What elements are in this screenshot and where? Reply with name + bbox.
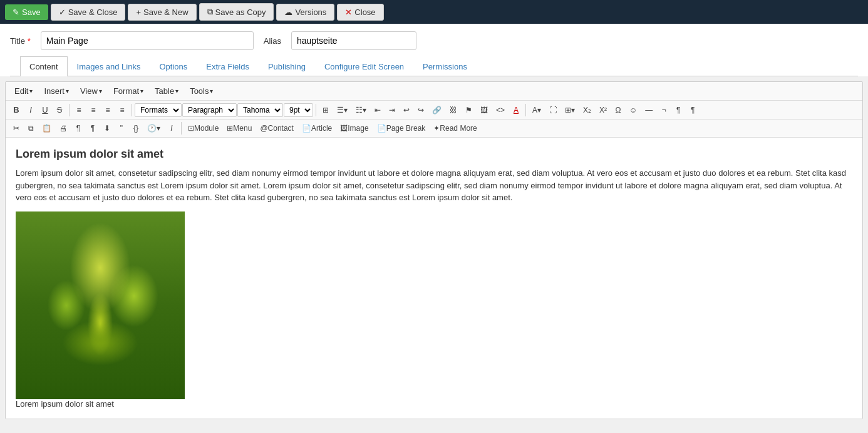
code-button[interactable]: {} [129,121,143,135]
undo-button[interactable]: ↩ [400,103,413,117]
title-input[interactable] [41,31,254,50]
font-select[interactable]: Tahoma [237,103,283,117]
highlight-button[interactable]: A▾ [529,103,545,117]
tab-extra-fields[interactable]: Extra Fields [197,56,259,76]
menu-format[interactable]: Format ▾ [108,84,148,98]
content-heading: Lorem ipsum dolor sit amet [16,148,852,161]
font-color-button[interactable]: A [509,103,523,117]
separator-5 [181,122,182,135]
bullet-list-button[interactable]: ☰▾ [333,103,351,117]
unlink-button[interactable]: ⛓ [446,103,461,117]
form-area: Title * Alias Content Images and Links O… [0,24,868,76]
contact-button[interactable]: @ Contact [256,121,297,135]
italic-button[interactable]: I [24,103,38,117]
tab-content[interactable]: Content [20,56,68,76]
menu-view[interactable]: View ▾ [75,84,107,98]
save-button[interactable]: ✎ Save [5,4,48,20]
underline-button[interactable]: U [38,103,52,117]
image-icon: 🖼 [340,124,348,133]
view-arrow: ▾ [99,88,102,94]
close-icon: ✕ [345,8,352,17]
fullscreen-button[interactable]: ⛶ [545,103,561,117]
pilcrow-button[interactable]: ¶ [86,121,100,135]
article-icon: 📄 [302,124,311,133]
title-label: Title * [10,36,31,46]
menu-table[interactable]: Table ▾ [150,84,183,98]
module-icon: ⊡ [188,124,194,133]
close-button[interactable]: ✕ Close [337,4,383,21]
word-count-button[interactable]: ⊞ [319,103,333,117]
paragraph-marks-button[interactable]: ¶ [71,121,85,135]
superscript-button[interactable]: X² [596,103,611,117]
required-marker: * [28,36,31,46]
redo-button[interactable]: ↪ [414,103,428,117]
tab-configure-edit-screen[interactable]: Configure Edit Screen [315,56,413,76]
strikethrough-button[interactable]: S [53,103,66,117]
show-blocks-button[interactable]: ¶ [671,103,685,117]
bold-button[interactable]: B [9,103,23,117]
tab-images-links[interactable]: Images and Links [68,56,150,76]
editor-menubar: Edit ▾ Insert ▾ View ▾ Format ▾ Table ▾ … [6,82,862,101]
save-copy-button[interactable]: ⧉ Save as Copy [199,3,274,21]
indent-button[interactable]: ⇥ [385,103,399,117]
outdent-button[interactable]: ⇤ [371,103,385,117]
paragraph-select[interactable]: Paragraph [182,103,237,117]
insert-link-button[interactable]: 🔗 [428,103,445,117]
pagebreak-icon: 📄 [377,124,386,133]
bookmark-button[interactable]: ⚑ [462,103,476,117]
align-justify-button[interactable]: ≡ [115,103,129,117]
editor-container: Edit ▾ Insert ▾ View ▾ Format ▾ Table ▾ … [5,81,863,419]
contact-icon: @ [260,124,267,133]
readmore-button[interactable]: ✦ Read More [430,121,480,135]
download-button[interactable]: ⬇ [100,121,114,135]
content-tabs: Content Images and Links Options Extra F… [10,56,858,76]
save-close-button[interactable]: ✓ Save & Close [51,4,126,21]
content-image [16,211,185,399]
tab-options[interactable]: Options [150,56,197,76]
menu-button[interactable]: ⊞ Menu [223,121,256,135]
subscript-button[interactable]: X₂ [579,103,595,117]
hr-button[interactable]: — [641,103,656,117]
menu-insert[interactable]: Insert ▾ [39,84,74,98]
print-button[interactable]: 🖨 [56,121,71,135]
pagebreak-button[interactable]: 📄 Page Break [373,121,430,135]
copy-button[interactable]: ⧉ [24,121,38,135]
article-button[interactable]: 📄 Article [298,121,336,135]
special-char-button[interactable]: Ω [611,103,625,117]
separator-3 [316,104,316,116]
menu-tools[interactable]: Tools ▾ [185,84,218,98]
align-center-button[interactable]: ≡ [86,103,100,117]
show-invisible-button[interactable]: ¶ [686,103,700,117]
copy-icon: ⧉ [207,7,213,17]
italic2-button[interactable]: I [165,121,178,135]
paste-button[interactable]: 📋 [38,121,55,135]
tab-permissions[interactable]: Permissions [413,56,477,76]
versions-button[interactable]: ☁ Versions [276,4,334,21]
align-left-button[interactable]: ≡ [72,103,86,117]
clock-button[interactable]: 🕐▾ [143,121,164,135]
title-row: Title * Alias [10,31,858,50]
table-arrow: ▾ [175,88,178,94]
align-right-button[interactable]: ≡ [101,103,115,117]
size-select[interactable]: 9pt [284,103,313,117]
blockquote-button[interactable]: " [115,121,128,135]
menu-edit[interactable]: Edit ▾ [9,84,38,98]
module-button[interactable]: ⊡ Module [184,121,222,135]
cut-button[interactable]: ✂ [9,121,23,135]
nonbreaking-space-button[interactable]: ¬ [657,103,671,117]
alias-input[interactable] [291,31,416,50]
separator-2 [132,104,132,116]
ordered-list-button[interactable]: ☷▾ [352,103,370,117]
source-button[interactable]: <> [492,103,509,117]
separator-1 [69,104,70,116]
emoji-button[interactable]: ☺ [626,103,641,117]
table-button[interactable]: ⊞▾ [561,103,579,117]
insert-image-button[interactable]: 🖼 [477,103,492,117]
image-insert-button[interactable]: 🖼 Image [336,121,372,135]
plus-icon: + [136,8,141,17]
save-new-button[interactable]: + Save & New [128,4,196,21]
tab-publishing[interactable]: Publishing [259,56,315,76]
formats-select[interactable]: Formats [135,103,182,117]
editor-content[interactable]: Lorem ipsum dolor sit amet Lorem ipsum d… [6,138,862,419]
separator-4 [525,104,526,116]
